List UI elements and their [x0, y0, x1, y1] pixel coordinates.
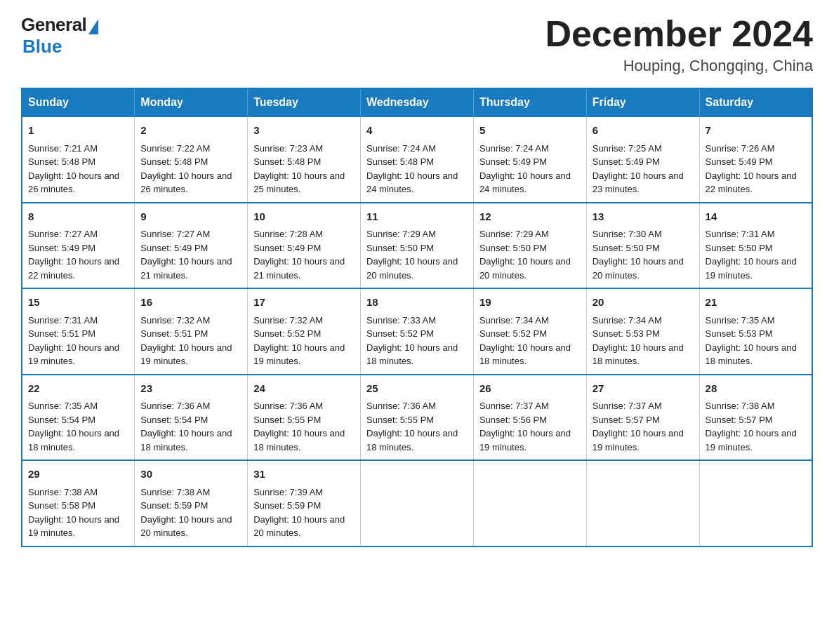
daylight-info: Daylight: 10 hours and 18 minutes.: [366, 428, 458, 452]
week-row-5: 29 Sunrise: 7:38 AM Sunset: 5:58 PM Dayl…: [22, 460, 812, 546]
calendar-cell: 13 Sunrise: 7:30 AM Sunset: 5:50 PM Dayl…: [586, 203, 699, 289]
day-number: 26: [479, 381, 581, 397]
calendar-cell: 9 Sunrise: 7:27 AM Sunset: 5:49 PM Dayli…: [135, 203, 248, 289]
sunset-info: Sunset: 5:51 PM: [140, 328, 208, 339]
day-number: 7: [706, 123, 806, 139]
day-number: 11: [366, 209, 468, 225]
daylight-info: Daylight: 10 hours and 21 minutes.: [253, 256, 345, 281]
logo-triangle-icon: [88, 19, 98, 34]
sunset-info: Sunset: 5:58 PM: [28, 500, 95, 511]
day-number: 16: [140, 295, 241, 311]
sunrise-info: Sunrise: 7:27 AM: [140, 229, 210, 239]
day-number: 31: [253, 467, 355, 483]
daylight-info: Daylight: 10 hours and 20 minutes.: [366, 256, 458, 281]
daylight-info: Daylight: 10 hours and 24 minutes.: [479, 170, 571, 195]
daylight-info: Daylight: 10 hours and 18 minutes.: [28, 428, 119, 452]
calendar-cell: 4 Sunrise: 7:24 AM Sunset: 5:48 PM Dayli…: [361, 116, 474, 203]
calendar-cell: 15 Sunrise: 7:31 AM Sunset: 5:51 PM Dayl…: [22, 288, 135, 375]
day-number: 23: [140, 381, 241, 397]
sunrise-info: Sunrise: 7:33 AM: [366, 315, 436, 326]
day-number: 14: [706, 209, 806, 225]
day-number: 28: [706, 381, 806, 397]
sunrise-info: Sunrise: 7:39 AM: [253, 487, 323, 497]
sunrise-info: Sunrise: 7:35 AM: [706, 315, 775, 326]
calendar-cell: 25 Sunrise: 7:36 AM Sunset: 5:55 PM Dayl…: [361, 375, 474, 461]
sunset-info: Sunset: 5:48 PM: [366, 156, 434, 167]
calendar-cell: 10 Sunrise: 7:28 AM Sunset: 5:49 PM Dayl…: [248, 203, 361, 289]
day-number: 6: [593, 123, 694, 139]
calendar-cell: 29 Sunrise: 7:38 AM Sunset: 5:58 PM Dayl…: [22, 460, 135, 546]
sunrise-info: Sunrise: 7:26 AM: [706, 143, 775, 154]
day-number: 15: [28, 295, 128, 311]
daylight-info: Daylight: 10 hours and 20 minutes.: [479, 256, 571, 281]
daylight-info: Daylight: 10 hours and 18 minutes.: [706, 342, 797, 367]
day-number: 30: [140, 467, 241, 483]
daylight-info: Daylight: 10 hours and 18 minutes.: [479, 342, 571, 367]
calendar-cell: 30 Sunrise: 7:38 AM Sunset: 5:59 PM Dayl…: [135, 460, 248, 546]
sunrise-info: Sunrise: 7:35 AM: [28, 401, 98, 411]
sunset-info: Sunset: 5:49 PM: [593, 156, 660, 167]
day-number: 22: [28, 381, 128, 397]
sunrise-info: Sunrise: 7:23 AM: [253, 143, 323, 154]
daylight-info: Daylight: 10 hours and 19 minutes.: [28, 342, 119, 367]
sunset-info: Sunset: 5:49 PM: [140, 243, 208, 253]
sunset-info: Sunset: 5:55 PM: [253, 415, 321, 425]
logo-general-text: General: [21, 14, 86, 36]
sunrise-info: Sunrise: 7:31 AM: [706, 229, 775, 239]
calendar-cell: 5 Sunrise: 7:24 AM Sunset: 5:49 PM Dayli…: [473, 116, 586, 203]
calendar-cell: 17 Sunrise: 7:32 AM Sunset: 5:52 PM Dayl…: [248, 288, 361, 375]
sunrise-info: Sunrise: 7:36 AM: [140, 401, 210, 411]
day-number: 2: [140, 123, 241, 139]
calendar-cell: [699, 460, 812, 546]
daylight-info: Daylight: 10 hours and 20 minutes.: [253, 514, 345, 539]
sunrise-info: Sunrise: 7:30 AM: [593, 229, 662, 239]
day-number: 5: [479, 123, 581, 139]
calendar-cell: 3 Sunrise: 7:23 AM Sunset: 5:48 PM Dayli…: [248, 116, 361, 203]
daylight-info: Daylight: 10 hours and 19 minutes.: [706, 428, 797, 452]
daylight-info: Daylight: 10 hours and 22 minutes.: [706, 170, 797, 195]
sunrise-info: Sunrise: 7:24 AM: [479, 143, 549, 154]
day-number: 13: [593, 209, 694, 225]
sunrise-info: Sunrise: 7:38 AM: [706, 401, 775, 411]
sunrise-info: Sunrise: 7:36 AM: [253, 401, 323, 411]
day-number: 18: [366, 295, 468, 311]
sunrise-info: Sunrise: 7:34 AM: [479, 315, 549, 326]
day-number: 27: [593, 381, 694, 397]
sunset-info: Sunset: 5:54 PM: [28, 415, 95, 425]
calendar-cell: 2 Sunrise: 7:22 AM Sunset: 5:48 PM Dayli…: [135, 116, 248, 203]
daylight-info: Daylight: 10 hours and 22 minutes.: [28, 256, 119, 281]
sunset-info: Sunset: 5:50 PM: [479, 243, 547, 253]
title-area: December 2024 Houping, Chongqing, China: [545, 14, 813, 75]
sunset-info: Sunset: 5:55 PM: [366, 415, 434, 425]
daylight-info: Daylight: 10 hours and 20 minutes.: [593, 256, 684, 281]
daylight-info: Daylight: 10 hours and 19 minutes.: [706, 256, 797, 281]
sunset-info: Sunset: 5:53 PM: [706, 328, 773, 339]
sunset-info: Sunset: 5:52 PM: [479, 328, 547, 339]
calendar-cell: 21 Sunrise: 7:35 AM Sunset: 5:53 PM Dayl…: [699, 288, 812, 375]
day-number: 12: [479, 209, 581, 225]
sunset-info: Sunset: 5:52 PM: [253, 328, 321, 339]
daylight-info: Daylight: 10 hours and 18 minutes.: [140, 428, 232, 452]
calendar-cell: 6 Sunrise: 7:25 AM Sunset: 5:49 PM Dayli…: [586, 116, 699, 203]
day-number: 19: [479, 295, 581, 311]
day-number: 25: [366, 381, 468, 397]
sunrise-info: Sunrise: 7:25 AM: [593, 143, 662, 154]
sunrise-info: Sunrise: 7:37 AM: [593, 401, 662, 411]
sunset-info: Sunset: 5:56 PM: [479, 415, 547, 425]
header-saturday: Saturday: [699, 88, 812, 116]
calendar-cell: 22 Sunrise: 7:35 AM Sunset: 5:54 PM Dayl…: [22, 375, 135, 461]
sunset-info: Sunset: 5:49 PM: [479, 156, 547, 167]
sunset-info: Sunset: 5:48 PM: [140, 156, 208, 167]
calendar-cell: 28 Sunrise: 7:38 AM Sunset: 5:57 PM Dayl…: [699, 375, 812, 461]
daylight-info: Daylight: 10 hours and 18 minutes.: [366, 342, 458, 367]
day-number: 17: [253, 295, 355, 311]
daylight-info: Daylight: 10 hours and 19 minutes.: [253, 342, 345, 367]
logo-blue-text: Blue: [22, 36, 62, 58]
header-monday: Monday: [135, 88, 248, 116]
calendar-cell: [586, 460, 699, 546]
calendar-cell: 14 Sunrise: 7:31 AM Sunset: 5:50 PM Dayl…: [699, 203, 812, 289]
calendar-cell: 31 Sunrise: 7:39 AM Sunset: 5:59 PM Dayl…: [248, 460, 361, 546]
sunrise-info: Sunrise: 7:34 AM: [593, 315, 662, 326]
sunset-info: Sunset: 5:50 PM: [593, 243, 660, 253]
header-row: SundayMondayTuesdayWednesdayThursdayFrid…: [22, 88, 812, 116]
